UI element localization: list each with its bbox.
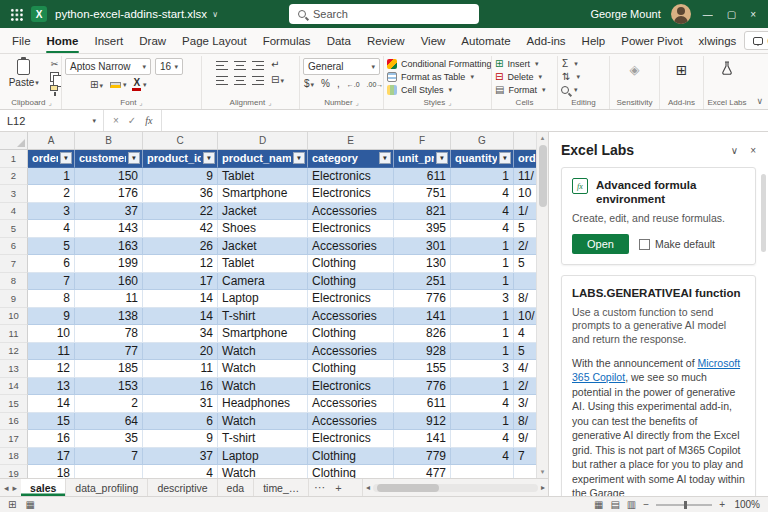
collapse-ribbon-icon[interactable]: ∨ <box>756 96 763 106</box>
ribbon-tab-page-layout[interactable]: Page Layout <box>174 28 255 53</box>
cell-G6[interactable]: 1 <box>451 238 514 256</box>
cell-E12[interactable]: Accessories <box>308 343 394 361</box>
cell-G15[interactable]: 4 <box>451 395 514 413</box>
cell-G8[interactable]: 1 <box>451 273 514 291</box>
cell-D13[interactable]: Watch <box>218 360 308 378</box>
name-box[interactable]: L12 ▾ <box>0 110 104 131</box>
cell-A16[interactable]: 15 <box>28 413 75 431</box>
cell-B11[interactable]: 78 <box>75 325 143 343</box>
open-button[interactable]: Open <box>572 234 629 254</box>
cell-C9[interactable]: 14 <box>143 290 218 308</box>
filter-button[interactable]: ▾ <box>203 152 215 164</box>
row-header-8[interactable]: 8 <box>0 273 28 291</box>
cut-icon[interactable]: ✂ <box>50 60 60 69</box>
ribbon-tab-insert[interactable]: Insert <box>86 28 131 53</box>
zoom-in-icon[interactable]: + <box>719 499 725 510</box>
autosum-button[interactable]: Σ▾ <box>561 58 578 71</box>
filter-button[interactable]: ▾ <box>379 152 391 164</box>
merge-center-button[interactable]: ⊟▾ <box>270 75 285 85</box>
row-header-17[interactable]: 17 <box>0 430 28 448</box>
cell-D11[interactable]: Smartphone <box>218 325 308 343</box>
header-cell-orde[interactable]: orde▾ <box>514 150 536 168</box>
insert-cells-button[interactable]: ⊞ Insert▾ <box>495 58 538 71</box>
zoom-level[interactable]: 100% <box>732 499 760 510</box>
column-header-G[interactable]: G <box>451 132 514 149</box>
cell-H9[interactable]: 8/ <box>514 290 536 308</box>
sheet-nav-right-icon[interactable]: ▸ <box>13 483 22 493</box>
horizontal-scrollbar[interactable]: ◂ ▸ <box>362 479 548 496</box>
cell-A19[interactable]: 18 <box>28 465 75 478</box>
cell-styles-button[interactable]: Cell Styles▾ <box>387 83 452 96</box>
cell-A12[interactable]: 11 <box>28 343 75 361</box>
conditional-formatting-button[interactable]: Conditional Formatting▾ <box>387 58 492 71</box>
styles-dialog-launcher-icon[interactable]: ⌟ <box>448 99 451 107</box>
cell-D19[interactable]: Watch <box>218 465 308 478</box>
vertical-scrollbar[interactable]: ▴ ▾ <box>536 132 548 478</box>
cell-D12[interactable]: Watch <box>218 343 308 361</box>
cell-G18[interactable]: 4 <box>451 448 514 466</box>
cell-B12[interactable]: 77 <box>75 343 143 361</box>
scroll-up-icon[interactable]: ▴ <box>541 134 545 142</box>
filter-button[interactable]: ▾ <box>499 152 511 164</box>
header-cell-order_id[interactable]: order_id▾ <box>28 150 75 168</box>
minimize-icon[interactable]: — <box>701 9 715 20</box>
cell-C14[interactable]: 16 <box>143 378 218 396</box>
cell-G17[interactable]: 4 <box>451 430 514 448</box>
cell-G3[interactable]: 4 <box>451 185 514 203</box>
cell-D2[interactable]: Tablet <box>218 168 308 186</box>
cell-H12[interactable]: 5 <box>514 343 536 361</box>
cell-E7[interactable]: Clothing <box>308 255 394 273</box>
row-header-7[interactable]: 7 <box>0 255 28 273</box>
cell-D7[interactable]: Tablet <box>218 255 308 273</box>
sensitivity-button[interactable]: ◈ <box>625 58 645 78</box>
column-header-A[interactable]: A <box>28 132 75 149</box>
cell-B18[interactable]: 7 <box>75 448 143 466</box>
row-header-18[interactable]: 18 <box>0 448 28 466</box>
cell-B14[interactable]: 153 <box>75 378 143 396</box>
cell-H3[interactable]: 10 <box>514 185 536 203</box>
fill-color-button[interactable]: ▾ <box>110 81 127 89</box>
cell-G7[interactable]: 1 <box>451 255 514 273</box>
ribbon-tab-data[interactable]: Data <box>319 28 359 53</box>
app-launcher-icon[interactable] <box>10 8 23 21</box>
header-cell-category[interactable]: category▾ <box>308 150 394 168</box>
format-painter-icon[interactable] <box>50 85 58 91</box>
align-top-button[interactable] <box>216 61 228 70</box>
cell-E11[interactable]: Clothing <box>308 325 394 343</box>
scroll-down-icon[interactable]: ▾ <box>541 468 545 476</box>
filter-button[interactable]: ▾ <box>293 152 305 164</box>
delete-cells-button[interactable]: ⊟ Delete▾ <box>495 71 542 84</box>
column-header-C[interactable]: C <box>143 132 218 149</box>
maximize-icon[interactable]: ▢ <box>725 9 738 20</box>
ribbon-tab-help[interactable]: Help <box>574 28 614 53</box>
hscroll-right-icon[interactable]: ▸ <box>541 483 545 492</box>
copy-icon[interactable] <box>50 72 59 82</box>
more-sheets-icon[interactable]: ⋯ <box>309 481 330 494</box>
find-select-button[interactable]: ▾ <box>561 83 578 96</box>
cell-F10[interactable]: 141 <box>394 308 451 326</box>
close-icon[interactable]: × <box>748 9 758 20</box>
comments-button[interactable]: Comments ▾ <box>744 31 768 50</box>
ribbon-tab-review[interactable]: Review <box>359 28 413 53</box>
cell-A7[interactable]: 6 <box>28 255 75 273</box>
number-dialog-launcher-icon[interactable]: ⌟ <box>356 99 359 107</box>
cell-D3[interactable]: Smartphone <box>218 185 308 203</box>
cell-F19[interactable]: 477 <box>394 465 451 478</box>
cell-C13[interactable]: 11 <box>143 360 218 378</box>
cell-A15[interactable]: 14 <box>28 395 75 413</box>
cell-G19[interactable] <box>451 465 514 478</box>
cell-E8[interactable]: Clothing <box>308 273 394 291</box>
enter-icon[interactable]: ✓ <box>128 115 136 126</box>
cell-A9[interactable]: 8 <box>28 290 75 308</box>
cell-F7[interactable]: 130 <box>394 255 451 273</box>
cell-H6[interactable]: 2/ <box>514 238 536 256</box>
row-header-16[interactable]: 16 <box>0 413 28 431</box>
paste-button[interactable]: Paste▾ <box>4 58 44 89</box>
row-header-2[interactable]: 2 <box>0 168 28 186</box>
cell-H2[interactable]: 11/ <box>514 168 536 186</box>
cell-H16[interactable]: 8/ <box>514 413 536 431</box>
cell-A4[interactable]: 3 <box>28 203 75 221</box>
workbook-title[interactable]: python-excel-addins-start.xlsx ∨ <box>55 8 218 20</box>
ribbon-tab-home[interactable]: Home <box>39 28 87 53</box>
cell-H8[interactable] <box>514 273 536 291</box>
